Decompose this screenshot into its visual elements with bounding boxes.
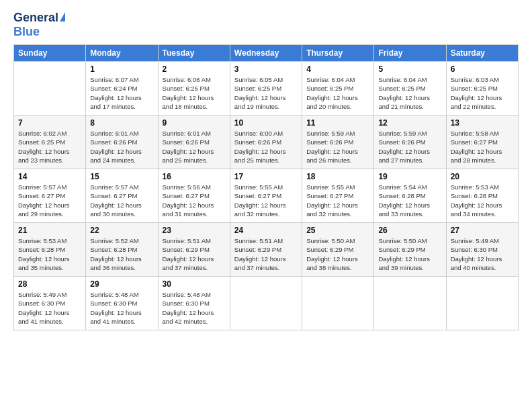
calendar-cell <box>230 277 302 330</box>
day-number: 20 <box>451 172 514 181</box>
calendar-cell: 12Sunrise: 5:59 AM Sunset: 6:26 PM Dayli… <box>374 116 446 169</box>
calendar-cell: 14Sunrise: 5:57 AM Sunset: 6:27 PM Dayli… <box>14 169 86 223</box>
day-info: Sunrise: 6:06 AM Sunset: 6:25 PM Dayligh… <box>163 75 226 111</box>
logo-triangle-icon <box>60 12 65 21</box>
day-info: Sunrise: 5:48 AM Sunset: 6:30 PM Dayligh… <box>163 290 226 326</box>
calendar-week-row: 7Sunrise: 6:02 AM Sunset: 6:25 PM Daylig… <box>14 116 519 169</box>
day-number: 8 <box>90 118 153 128</box>
day-info: Sunrise: 5:59 AM Sunset: 6:26 PM Dayligh… <box>306 129 369 165</box>
day-number: 25 <box>306 226 369 235</box>
day-number: 4 <box>306 64 369 74</box>
day-number: 16 <box>163 172 226 181</box>
day-info: Sunrise: 5:53 AM Sunset: 6:28 PM Dayligh… <box>18 236 81 272</box>
calendar-cell: 26Sunrise: 5:50 AM Sunset: 6:29 PM Dayli… <box>374 223 446 277</box>
day-info: Sunrise: 5:56 AM Sunset: 6:27 PM Dayligh… <box>163 183 226 218</box>
calendar-cell: 2Sunrise: 6:06 AM Sunset: 6:25 PM Daylig… <box>158 62 230 116</box>
calendar-cell <box>302 277 374 330</box>
day-info: Sunrise: 5:51 AM Sunset: 6:29 PM Dayligh… <box>163 236 226 272</box>
day-number: 12 <box>378 118 441 128</box>
day-number: 27 <box>451 226 514 235</box>
weekday-header-friday: Friday <box>374 45 446 62</box>
calendar-cell <box>374 277 446 330</box>
day-number: 2 <box>163 64 226 74</box>
calendar-week-row: 28Sunrise: 5:49 AM Sunset: 6:30 PM Dayli… <box>14 277 519 330</box>
day-number: 15 <box>90 172 153 181</box>
calendar-cell <box>14 62 86 116</box>
day-info: Sunrise: 5:59 AM Sunset: 6:26 PM Dayligh… <box>378 129 441 165</box>
calendar-cell: 10Sunrise: 6:00 AM Sunset: 6:26 PM Dayli… <box>230 116 302 169</box>
day-info: Sunrise: 6:00 AM Sunset: 6:26 PM Dayligh… <box>234 129 298 165</box>
day-info: Sunrise: 6:01 AM Sunset: 6:26 PM Dayligh… <box>163 129 226 165</box>
calendar-cell: 4Sunrise: 6:04 AM Sunset: 6:25 PM Daylig… <box>302 62 374 116</box>
weekday-header-row: SundayMondayTuesdayWednesdayThursdayFrid… <box>14 45 519 62</box>
calendar-cell: 6Sunrise: 6:03 AM Sunset: 6:25 PM Daylig… <box>446 62 518 116</box>
day-number: 23 <box>163 226 226 235</box>
day-info: Sunrise: 5:50 AM Sunset: 6:29 PM Dayligh… <box>378 236 441 272</box>
day-number: 1 <box>90 64 153 74</box>
day-info: Sunrise: 5:49 AM Sunset: 6:30 PM Dayligh… <box>451 236 514 272</box>
day-number: 6 <box>451 64 514 74</box>
logo-blue-text: Blue <box>13 25 40 38</box>
calendar-cell: 15Sunrise: 5:57 AM Sunset: 6:27 PM Dayli… <box>86 169 158 223</box>
day-number: 18 <box>306 172 369 181</box>
day-number: 21 <box>18 226 81 235</box>
day-info: Sunrise: 5:52 AM Sunset: 6:28 PM Dayligh… <box>90 236 153 272</box>
logo: General Blue <box>13 11 65 39</box>
day-info: Sunrise: 6:05 AM Sunset: 6:25 PM Dayligh… <box>234 75 298 111</box>
day-number: 28 <box>18 279 81 289</box>
day-number: 14 <box>18 172 81 181</box>
day-number: 22 <box>90 226 153 235</box>
page-header: General Blue <box>13 11 519 39</box>
day-number: 26 <box>378 226 441 235</box>
day-info: Sunrise: 5:53 AM Sunset: 6:28 PM Dayligh… <box>451 183 514 218</box>
day-info: Sunrise: 6:04 AM Sunset: 6:25 PM Dayligh… <box>378 75 441 111</box>
day-number: 7 <box>18 118 81 128</box>
day-number: 17 <box>234 172 298 181</box>
calendar-cell: 16Sunrise: 5:56 AM Sunset: 6:27 PM Dayli… <box>158 169 230 223</box>
calendar-cell: 19Sunrise: 5:54 AM Sunset: 6:28 PM Dayli… <box>374 169 446 223</box>
weekday-header-monday: Monday <box>86 45 158 62</box>
calendar-cell: 24Sunrise: 5:51 AM Sunset: 6:29 PM Dayli… <box>230 223 302 277</box>
day-number: 19 <box>378 172 441 181</box>
calendar-cell: 8Sunrise: 6:01 AM Sunset: 6:26 PM Daylig… <box>86 116 158 169</box>
day-number: 3 <box>234 64 298 74</box>
day-info: Sunrise: 5:55 AM Sunset: 6:27 PM Dayligh… <box>306 183 369 218</box>
calendar-cell: 5Sunrise: 6:04 AM Sunset: 6:25 PM Daylig… <box>374 62 446 116</box>
calendar-cell: 11Sunrise: 5:59 AM Sunset: 6:26 PM Dayli… <box>302 116 374 169</box>
calendar-cell: 30Sunrise: 5:48 AM Sunset: 6:30 PM Dayli… <box>158 277 230 330</box>
calendar-cell: 22Sunrise: 5:52 AM Sunset: 6:28 PM Dayli… <box>86 223 158 277</box>
day-info: Sunrise: 5:54 AM Sunset: 6:28 PM Dayligh… <box>378 183 441 218</box>
day-number: 24 <box>234 226 298 235</box>
day-number: 11 <box>306 118 369 128</box>
day-number: 9 <box>163 118 226 128</box>
day-info: Sunrise: 6:07 AM Sunset: 6:24 PM Dayligh… <box>90 75 153 111</box>
calendar-cell: 18Sunrise: 5:55 AM Sunset: 6:27 PM Dayli… <box>302 169 374 223</box>
calendar-cell <box>446 277 518 330</box>
day-info: Sunrise: 5:51 AM Sunset: 6:29 PM Dayligh… <box>234 236 298 272</box>
day-info: Sunrise: 5:57 AM Sunset: 6:27 PM Dayligh… <box>18 183 81 218</box>
calendar-cell: 9Sunrise: 6:01 AM Sunset: 6:26 PM Daylig… <box>158 116 230 169</box>
calendar-cell: 27Sunrise: 5:49 AM Sunset: 6:30 PM Dayli… <box>446 223 518 277</box>
weekday-header-tuesday: Tuesday <box>158 45 230 62</box>
day-info: Sunrise: 5:48 AM Sunset: 6:30 PM Dayligh… <box>90 290 153 326</box>
day-info: Sunrise: 6:03 AM Sunset: 6:25 PM Dayligh… <box>451 75 514 111</box>
day-number: 29 <box>90 279 153 289</box>
day-info: Sunrise: 6:01 AM Sunset: 6:26 PM Dayligh… <box>90 129 153 165</box>
day-info: Sunrise: 5:58 AM Sunset: 6:27 PM Dayligh… <box>451 129 514 165</box>
day-info: Sunrise: 5:55 AM Sunset: 6:27 PM Dayligh… <box>234 183 298 218</box>
calendar-cell: 13Sunrise: 5:58 AM Sunset: 6:27 PM Dayli… <box>446 116 518 169</box>
day-number: 13 <box>451 118 514 128</box>
weekday-header-thursday: Thursday <box>302 45 374 62</box>
weekday-header-sunday: Sunday <box>14 45 86 62</box>
calendar-week-row: 1Sunrise: 6:07 AM Sunset: 6:24 PM Daylig… <box>14 62 519 116</box>
day-info: Sunrise: 5:57 AM Sunset: 6:27 PM Dayligh… <box>90 183 153 218</box>
day-number: 5 <box>378 64 441 74</box>
calendar-cell: 3Sunrise: 6:05 AM Sunset: 6:25 PM Daylig… <box>230 62 302 116</box>
calendar-cell: 28Sunrise: 5:49 AM Sunset: 6:30 PM Dayli… <box>14 277 86 330</box>
weekday-header-saturday: Saturday <box>446 45 518 62</box>
calendar-table: SundayMondayTuesdayWednesdayThursdayFrid… <box>13 44 519 330</box>
weekday-header-wednesday: Wednesday <box>230 45 302 62</box>
calendar-week-row: 21Sunrise: 5:53 AM Sunset: 6:28 PM Dayli… <box>14 223 519 277</box>
calendar-cell: 21Sunrise: 5:53 AM Sunset: 6:28 PM Dayli… <box>14 223 86 277</box>
day-info: Sunrise: 6:04 AM Sunset: 6:25 PM Dayligh… <box>306 75 369 111</box>
